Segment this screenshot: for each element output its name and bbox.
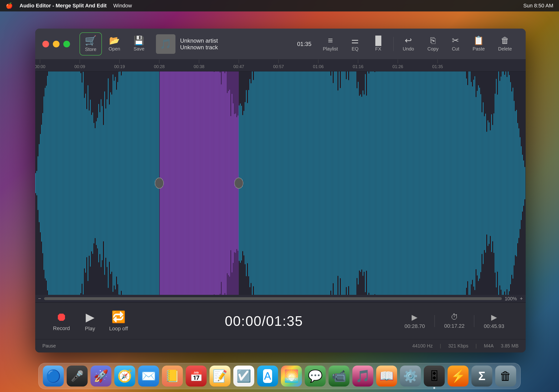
svg-text:00:09: 00:09 [74, 64, 85, 69]
svg-rect-410 [494, 113, 494, 253]
svg-rect-73 [92, 112, 93, 254]
dock-icon-siri[interactable]: 🎤 [67, 365, 88, 387]
maximize-button[interactable] [63, 41, 70, 47]
cut-button[interactable]: ✂ Cut [445, 36, 466, 52]
svg-rect-99 [123, 71, 124, 295]
svg-rect-343 [414, 71, 414, 295]
store-button[interactable]: 🛒 Store [80, 32, 102, 56]
copy-button[interactable]: ⎘ Copy [421, 36, 445, 52]
play-label: Play [85, 326, 95, 332]
svg-rect-246 [298, 71, 299, 295]
zoom-out-button[interactable]: − [38, 296, 41, 302]
svg-rect-71 [90, 100, 91, 267]
svg-text:01:35: 01:35 [432, 64, 443, 69]
loop-label: Loop off [109, 326, 128, 332]
delete-button[interactable]: 🗑 Delete [491, 36, 519, 52]
eq-button[interactable]: ⚌ EQ [345, 36, 365, 52]
scrollbar-thumb[interactable] [44, 297, 502, 300]
minimize-button[interactable] [53, 41, 59, 47]
dock-icon-appstore[interactable]: A [257, 365, 278, 387]
fx-button[interactable]: ▐▌ FX [365, 36, 391, 52]
dock-icon-system-prefs[interactable]: ⚙️ [400, 365, 421, 387]
undo-button[interactable]: ↩ Undo [396, 36, 421, 52]
svg-rect-301 [364, 94, 364, 272]
svg-rect-220 [267, 71, 268, 295]
zoom-in-button[interactable]: + [520, 296, 523, 302]
playlist-button[interactable]: ≡ Playlist [316, 36, 345, 52]
dock-icon-mail[interactable]: ✉️ [138, 365, 159, 387]
sigma-icon: Σ [478, 369, 485, 383]
dock-icon-music[interactable]: 🎵 [352, 365, 373, 387]
playlist-label: Playlist [323, 46, 338, 52]
open-button[interactable]: 📂 Open [102, 36, 127, 52]
album-art: 🎵 [156, 34, 176, 54]
svg-rect-100 [124, 71, 125, 295]
svg-rect-338 [408, 71, 409, 295]
dock-icon-sigma[interactable]: Σ [471, 365, 492, 387]
svg-rect-232 [282, 71, 282, 295]
dock-icon-audio-editor[interactable]: 🎛 [424, 365, 445, 387]
svg-rect-265 [321, 71, 322, 295]
trash-icon: 🗑 [500, 369, 512, 383]
svg-rect-346 [417, 71, 418, 295]
waveform-canvas[interactable]: // Generate waveform (function() { const… [35, 71, 526, 295]
svg-rect-352 [425, 71, 425, 295]
mail-icon: ✉️ [141, 369, 156, 383]
apple-menu[interactable]: 🍎 [6, 2, 13, 9]
scrollbar-track[interactable] [44, 297, 502, 300]
dock-icon-facetime[interactable]: 📹 [328, 365, 349, 387]
save-button[interactable]: 💾 Save [127, 36, 151, 52]
svg-rect-429 [516, 110, 517, 256]
svg-rect-364 [439, 71, 439, 295]
svg-rect-404 [486, 132, 487, 234]
svg-rect-42 [56, 71, 56, 295]
app-name[interactable]: Audio Editor - Merge Split And Edit [19, 3, 107, 9]
svg-rect-256 [310, 71, 311, 295]
dock-icon-notes[interactable]: 📝 [210, 365, 231, 387]
dock-icon-messages[interactable]: 💬 [305, 365, 326, 387]
svg-text:00:38: 00:38 [194, 64, 204, 69]
svg-rect-435 [523, 160, 524, 206]
delete-icon: 🗑 [501, 36, 509, 45]
svg-rect-74 [93, 123, 94, 243]
dock-icon-reminders[interactable]: ☑️ [233, 365, 254, 387]
svg-rect-405 [488, 120, 488, 246]
app-window: 🛒 Store 📂 Open 💾 Save 🎵 Unknown artist U… [35, 28, 526, 353]
svg-rect-322 [389, 71, 390, 295]
svg-rect-67 [85, 93, 86, 273]
svg-rect-200 [243, 111, 244, 255]
svg-rect-307 [371, 71, 372, 295]
svg-rect-238 [289, 71, 289, 295]
svg-rect-276 [334, 71, 335, 295]
svg-text:01:26: 01:26 [392, 64, 403, 69]
svg-text:00:19: 00:19 [114, 64, 125, 69]
dock-icon-lightning[interactable]: ⚡ [447, 365, 468, 387]
dock-icon-calendar[interactable]: 📅 [186, 365, 207, 387]
svg-rect-414 [498, 71, 499, 295]
svg-rect-349 [421, 71, 422, 295]
sample-rate: 44100 Hz [412, 343, 433, 349]
loop-button[interactable]: 🔁 Loop off [104, 310, 133, 332]
svg-rect-403 [485, 114, 486, 253]
svg-rect-87 [109, 104, 110, 262]
dock-icon-launchpad[interactable]: 🚀 [91, 365, 112, 387]
svg-rect-282 [341, 71, 342, 295]
contacts-icon: 📒 [165, 369, 180, 383]
svg-rect-391 [471, 82, 472, 284]
window-menu[interactable]: Window [113, 3, 132, 9]
dock-icon-photos[interactable]: 🌅 [281, 365, 302, 387]
dock-icon-contacts[interactable]: 📒 [162, 365, 183, 387]
close-button[interactable] [42, 41, 49, 47]
dock-icon-trash[interactable]: 🗑 [495, 365, 516, 387]
dock-icon-finder[interactable]: 🔵 [43, 365, 64, 387]
dock-icon-books[interactable]: 📖 [376, 365, 397, 387]
loop-icon: 🔁 [112, 310, 126, 324]
svg-rect-36 [48, 71, 49, 295]
record-button[interactable]: ⏺ Record [47, 310, 76, 332]
dock-icon-safari[interactable]: 🧭 [114, 365, 135, 387]
play-button[interactable]: ▶ Play [76, 310, 104, 332]
paste-button[interactable]: 📋 Paste [466, 36, 491, 52]
svg-rect-237 [288, 71, 288, 295]
svg-rect-358 [432, 71, 432, 295]
svg-rect-25 [35, 173, 36, 193]
